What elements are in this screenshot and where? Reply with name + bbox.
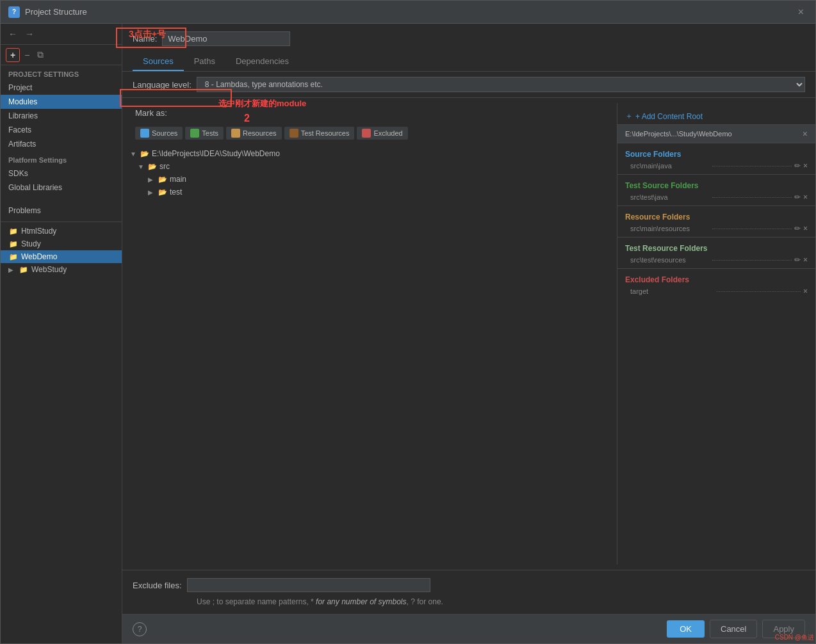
sidebar: ← → + − ⧉ Project Settings Project Modul…: [1, 24, 122, 643]
ok-button[interactable]: OK: [667, 620, 705, 638]
title-bar: ? Project Structure ×: [1, 1, 815, 24]
resource-path: src\main\resources: [630, 225, 710, 232]
forward-button[interactable]: →: [22, 28, 37, 40]
remove-icon[interactable]: ×: [803, 224, 808, 233]
module-toolbar: + − ⧉: [1, 45, 122, 65]
cancel-button[interactable]: Cancel: [710, 620, 757, 638]
divider: [617, 268, 815, 269]
platform-settings-header: Platform Settings: [1, 151, 122, 166]
edit-icon[interactable]: ✏: [794, 224, 801, 233]
file-tree-main[interactable]: ▶ 📂 main: [127, 173, 612, 186]
excluded-folders-title: Excluded Folders: [617, 271, 815, 286]
file-tree-src[interactable]: ▼ 📂 src: [127, 160, 612, 173]
test-resource-path-row: src\test\resources ✏ ×: [617, 254, 815, 266]
edit-icon[interactable]: ✏: [794, 255, 801, 264]
edit-icon[interactable]: ✏: [794, 161, 801, 170]
tab-sources[interactable]: Sources: [133, 52, 184, 71]
main-folder: main: [170, 175, 186, 184]
copy-module-button[interactable]: ⧉: [34, 47, 47, 62]
footer-left: ?: [133, 622, 662, 636]
sidebar-item-project[interactable]: Project: [1, 81, 122, 95]
folder-icon: 📂: [158, 175, 167, 184]
sidebar-item-facets[interactable]: Facets: [1, 123, 122, 137]
sidebar-item-problems[interactable]: Problems: [1, 202, 122, 219]
tab-paths[interactable]: Paths: [184, 52, 225, 71]
tab-dependencies[interactable]: Dependencies: [225, 52, 299, 71]
expand-icon: ▶: [8, 266, 16, 273]
source-folders-section: Source Folders src\main\java ✏ ×: [617, 146, 815, 172]
language-level-label: Language level:: [133, 80, 192, 90]
name-input[interactable]: [162, 31, 290, 46]
file-tree-root[interactable]: ▼ 📂 E:\IdeProjects\IDEA\Study\WebDemo: [127, 147, 612, 160]
tests-color-icon: [190, 129, 199, 138]
test-source-actions: ✏ ×: [794, 193, 808, 202]
divider: [617, 174, 815, 175]
app-icon: ?: [8, 6, 20, 18]
right-panel: Name: Sources Paths Dependencies: [122, 24, 815, 643]
project-settings-header: Project Settings: [1, 65, 122, 81]
folder-icon: 📁: [8, 227, 19, 236]
source-folder-path-row: src\main\java ✏ ×: [617, 160, 815, 172]
excluded-path-row: target ×: [617, 286, 815, 297]
expand-icon: ▶: [148, 176, 156, 183]
exclude-input[interactable]: [187, 578, 430, 592]
close-button[interactable]: ×: [794, 5, 808, 19]
name-row: Name:: [133, 31, 805, 46]
module-header: Name: Sources Paths Dependencies: [122, 24, 815, 72]
add-content-root-button[interactable]: ＋ + Add Content Root: [617, 108, 815, 124]
mark-excluded-button[interactable]: Excluded: [357, 127, 407, 140]
test-resource-path: src\test\resources: [630, 256, 710, 264]
remove-icon[interactable]: ×: [803, 287, 808, 296]
exclude-row: Exclude files:: [133, 578, 805, 592]
resource-folders-section: Resource Folders src\main\resources ✏ ×: [617, 209, 815, 234]
add-module-button[interactable]: +: [6, 48, 20, 62]
divider: [617, 205, 815, 206]
resource-path-row: src\main\resources ✏ ×: [617, 223, 815, 234]
module-tree-item-study[interactable]: 📁 Study: [1, 237, 122, 250]
annotation-add: 3点击+号: [129, 29, 166, 40]
module-tree-item-webstudy[interactable]: ▶ 📁 WebStudy: [1, 263, 122, 276]
file-tree: ▼ 📂 E:\IdeProjects\IDEA\Study\WebDemo ▼ …: [122, 147, 617, 565]
remove-icon[interactable]: ×: [803, 193, 808, 202]
sidebar-item-libraries[interactable]: Libraries: [1, 109, 122, 123]
excluded-actions: ×: [803, 287, 808, 296]
test-resources-color-icon: [290, 129, 298, 138]
remove-module-button[interactable]: −: [21, 48, 33, 62]
path-close-icon[interactable]: ×: [803, 129, 808, 139]
divider: [617, 237, 815, 237]
help-button[interactable]: ?: [133, 622, 147, 636]
sources-left: Mark as: Sources Tests: [122, 103, 617, 565]
remove-icon[interactable]: ×: [803, 161, 808, 170]
back-button[interactable]: ←: [6, 28, 20, 40]
edit-icon[interactable]: ✏: [794, 193, 801, 202]
plus-icon: ＋: [625, 111, 633, 122]
mark-tests-button[interactable]: Tests: [185, 127, 224, 140]
info-panel: ＋ + Add Content Root E:\IdeProjects\...\…: [617, 103, 815, 565]
resource-folders-title: Resource Folders: [617, 209, 815, 223]
module-tree-item-htmlstudy[interactable]: 📁 HtmlStudy: [1, 225, 122, 237]
mark-sources-button[interactable]: Sources: [135, 127, 183, 140]
resource-actions: ✏ ×: [794, 224, 808, 233]
test-resource-folders-title: Test Resource Folders: [617, 240, 815, 254]
test-resource-actions: ✏ ×: [794, 255, 808, 264]
sidebar-item-global-libraries[interactable]: Global Libraries: [1, 181, 122, 195]
sidebar-item-modules[interactable]: Modules: [1, 95, 122, 109]
mark-test-resources-button[interactable]: Test Resources: [284, 127, 355, 140]
footer: ? OK Cancel Apply: [122, 614, 815, 643]
source-folders-title: Source Folders: [617, 146, 815, 160]
mark-resources-button[interactable]: Resources: [226, 127, 282, 140]
watermark: CSDN @鱼进: [775, 633, 814, 642]
language-level-select[interactable]: 8 - Lambdas, type annotations etc.: [197, 77, 805, 92]
test-source-path: src\test\java: [630, 193, 710, 201]
remove-icon[interactable]: ×: [803, 255, 808, 264]
file-tree-test[interactable]: ▶ 📂 test: [127, 186, 612, 198]
test-source-folders-section: Test Source Folders src\test\java ✏ ×: [617, 177, 815, 203]
module-tree-item-webdemo[interactable]: 📁 WebDemo: [1, 250, 122, 263]
sidebar-item-artifacts[interactable]: Artifacts: [1, 137, 122, 151]
tabs-row: Sources Paths Dependencies: [133, 52, 805, 71]
excluded-folders-section: Excluded Folders target ×: [617, 271, 815, 297]
module-tree: 📁 HtmlStudy 📁 Study 📁 WebDemo ▶ 📁 WebStu…: [1, 221, 122, 643]
sidebar-item-sdks[interactable]: SDKs: [1, 166, 122, 181]
expand-icon: ▼: [130, 150, 138, 157]
nav-bar: ← →: [1, 24, 122, 45]
